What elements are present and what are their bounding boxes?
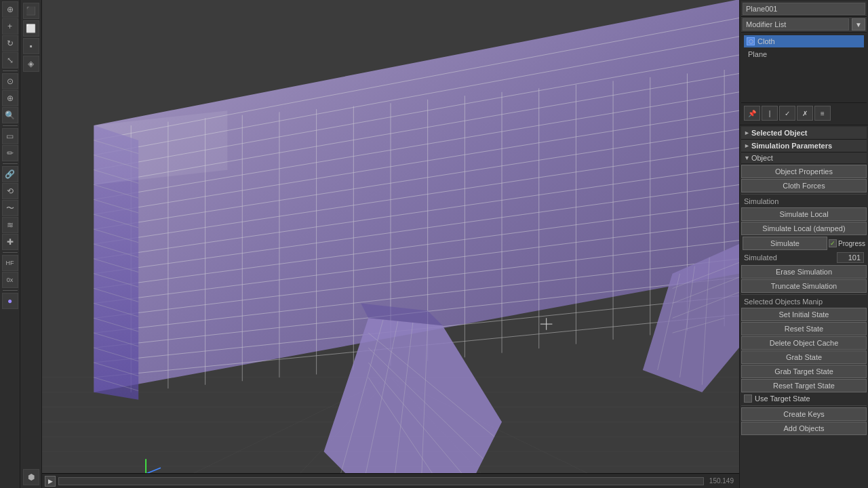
- move-tool-button[interactable]: |: [762, 106, 778, 121]
- check-tool-button[interactable]: ✓: [779, 106, 795, 121]
- simulated-row: Simulated 101: [741, 251, 867, 264]
- separator-1: [3, 70, 18, 71]
- set-initial-state-button[interactable]: Set Initial State: [741, 308, 867, 321]
- modifier-list-panel: Modifier List ▼ ⬡ Cloth Plane 📌 | ✓ ✗ ≡: [740, 0, 868, 125]
- right-panel: Modifier List ▼ ⬡ Cloth Plane 📌 | ✓ ✗ ≡ …: [739, 0, 868, 488]
- simulation-label: Simulation: [744, 197, 778, 205]
- perspective-icon[interactable]: ◈: [23, 56, 39, 72]
- left-toolbar: ⊕ + ↻ ⤡ ⊙ ⊕ 🔍 ▭ ✏ 🔗 ⟲ 〜 ≋ ✚ HF 0x ●: [0, 0, 20, 488]
- truncate-simulation-button[interactable]: Truncate Simulation: [741, 279, 867, 293]
- link-icon[interactable]: 🔗: [2, 166, 18, 182]
- progress-checkbox[interactable]: ✓: [829, 239, 837, 247]
- divider-3: [741, 405, 867, 406]
- modifier-list-header: Modifier List ▼: [741, 17, 867, 33]
- object-sub-header[interactable]: ▼ Object: [741, 152, 867, 164]
- coord-display: 150.149: [707, 476, 736, 486]
- divider-2: [741, 294, 867, 295]
- object-name-input[interactable]: [743, 3, 865, 15]
- second-toolbar: ⬛ ⬜ ▪ ◈ ⬢: [20, 0, 42, 488]
- delete-object-cache-button[interactable]: Delete Object Cache: [741, 336, 867, 350]
- object-arrow: ▼: [744, 155, 750, 161]
- bone-icon[interactable]: ⟲: [2, 183, 18, 199]
- separator-2: [3, 125, 18, 126]
- separator-4: [3, 252, 18, 253]
- selected-object-title: Selected Object: [751, 129, 808, 137]
- paint-icon[interactable]: ✏: [2, 145, 18, 161]
- cloth-modifier-label: Cloth: [757, 37, 775, 45]
- reset-target-state-button[interactable]: Reset Target State: [741, 379, 867, 392]
- selected-objects-manip-row: Selected Objects Manip: [741, 296, 867, 307]
- object-properties-button[interactable]: Object Properties: [741, 165, 867, 178]
- timeline-icon[interactable]: ⬢: [23, 469, 39, 485]
- top-view-icon[interactable]: ⬛: [23, 3, 39, 19]
- sim-params-title: Simulation Parameters: [751, 142, 832, 150]
- grab-target-state-button[interactable]: Grab Target State: [741, 365, 867, 378]
- cloth-icon[interactable]: 〜: [2, 200, 18, 216]
- separator-3: [3, 163, 18, 164]
- grab-state-button[interactable]: Grab State: [741, 350, 867, 364]
- rotate-icon[interactable]: ↻: [2, 35, 18, 52]
- panel-toolbar: 📌 | ✓ ✗ ≡: [741, 102, 867, 123]
- simulated-label: Simulated: [744, 253, 777, 262]
- properties-section: ► Selected Object ► Simulation Parameter…: [740, 125, 868, 488]
- selected-object-arrow: ►: [744, 129, 750, 136]
- helpers-icon[interactable]: ✚: [2, 234, 18, 250]
- cloth-forces-button[interactable]: Cloth Forces: [741, 179, 867, 192]
- move-icon[interactable]: +: [2, 18, 18, 35]
- play-button[interactable]: ▶: [45, 476, 56, 487]
- hair-icon[interactable]: ≋: [2, 217, 18, 233]
- sphere-icon[interactable]: ●: [2, 293, 18, 309]
- side-view-icon[interactable]: ▪: [23, 38, 39, 54]
- list-tool-button[interactable]: ≡: [814, 106, 831, 121]
- use-target-state-checkbox[interactable]: [744, 394, 752, 403]
- sim-params-arrow: ►: [744, 142, 750, 149]
- modifier-dropdown-button[interactable]: ▼: [852, 18, 865, 30]
- erase-simulation-button[interactable]: Erase Simulation: [741, 265, 867, 279]
- select-icon[interactable]: ⊕: [2, 1, 18, 18]
- zoom-icon[interactable]: 🔍: [2, 107, 18, 123]
- selected-object-header[interactable]: ► Selected Object: [741, 127, 867, 140]
- cloth-viewport-canvas: [42, 0, 739, 488]
- simulation-label-row: Simulation: [741, 196, 867, 207]
- modifier-list-button[interactable]: Modifier List: [743, 18, 849, 30]
- simulated-value: 101: [837, 252, 864, 263]
- 0x-icon[interactable]: 0x: [2, 272, 18, 288]
- timeline-bar: ▶ 150.149: [42, 473, 739, 488]
- scale-icon[interactable]: ⤡: [2, 52, 18, 68]
- plane-sub-item[interactable]: Plane: [743, 49, 865, 60]
- simulate-local-damped-button[interactable]: Simulate Local (damped): [741, 222, 867, 235]
- camera-pan-icon[interactable]: ⊕: [2, 90, 18, 106]
- simulate-button[interactable]: Simulate: [743, 237, 827, 250]
- select-region-icon[interactable]: ▭: [2, 128, 18, 144]
- viewport[interactable]: ▶ 150.149: [42, 0, 739, 488]
- separator-5: [3, 290, 18, 291]
- progress-label: Progress: [838, 240, 865, 247]
- x-tool-button[interactable]: ✗: [797, 106, 813, 121]
- cloth-modifier-icon: ⬡: [747, 37, 755, 45]
- simulation-params-header[interactable]: ► Simulation Parameters: [741, 140, 867, 152]
- create-keys-button[interactable]: Create Keys: [741, 407, 867, 421]
- cloth-modifier-item[interactable]: ⬡ Cloth: [744, 35, 864, 47]
- pin-tool-button[interactable]: 📌: [744, 106, 760, 121]
- timeline-track[interactable]: [58, 477, 704, 485]
- divider-1: [741, 194, 867, 195]
- use-target-state-row[interactable]: Use Target State: [741, 393, 867, 404]
- object-sub-title: Object: [751, 154, 773, 162]
- selected-objects-manip-label: Selected Objects Manip: [744, 298, 823, 306]
- add-objects-button[interactable]: Add Objects: [741, 422, 867, 435]
- front-view-icon[interactable]: ⬜: [23, 20, 39, 37]
- use-target-state-label: Use Target State: [755, 394, 810, 403]
- camera-orbit-icon[interactable]: ⊙: [2, 73, 18, 89]
- reset-state-button[interactable]: Reset State: [741, 322, 867, 336]
- simulate-local-button[interactable]: Simulate Local: [741, 207, 867, 221]
- HF-icon[interactable]: HF: [2, 255, 18, 271]
